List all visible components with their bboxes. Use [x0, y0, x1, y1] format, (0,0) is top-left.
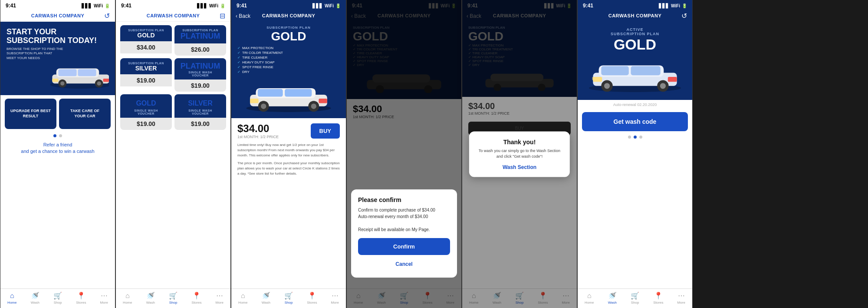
promo-text-3: Limited time only! Buy now and get 1/2 p… [237, 142, 340, 158]
header-6: CARWASH COMPANY ↺ [578, 10, 692, 21]
plans-grid: SUBSCRIPTION PLAN GOLD $34.00 SUBSCRIPTI… [116, 22, 230, 133]
screen5: 9:41 ▋▋▋ WiFi 🔋 ‹ Back CARWASH COMPANY S… [462, 0, 577, 308]
more-icon: ⋯ [101, 291, 108, 300]
silver-voucher-name: SILVER [177, 98, 224, 109]
shop-label-3: Shop [285, 301, 293, 305]
nav-wash-2[interactable]: 🚿 Wash [146, 291, 155, 305]
platinum-price: $26.00 [174, 43, 226, 56]
nav-stores-3[interactable]: 📍 Stores [307, 291, 317, 305]
nav-shop-2[interactable]: 🛒 Shop [169, 291, 178, 305]
stores-icon: 📍 [77, 291, 85, 300]
gold-label: SUBSCRIPTION PLAN [123, 29, 169, 32]
plan-grid-top: SUBSCRIPTION PLAN GOLD $34.00 SUBSCRIPTI… [120, 25, 226, 56]
brand-name-1: CARWASH COMPANY [31, 13, 85, 19]
screen6-car-svg [584, 53, 686, 92]
nav-more-3[interactable]: ⋯ More [331, 291, 339, 305]
wash-section-link[interactable]: Wash Section [475, 164, 564, 170]
stores-label-6: Stores [653, 301, 663, 305]
nav-shop-1[interactable]: 🛒 Shop [53, 291, 62, 305]
svg-rect-14 [258, 89, 283, 97]
dot-1[interactable] [53, 134, 56, 137]
brand-name-2: CARWASH COMPANY [147, 13, 200, 19]
platinum-header: SUBSCRIPTION PLAN PLATINUM [174, 25, 226, 43]
svg-rect-40 [668, 77, 677, 82]
screen1: 9:41 ▋▋▋ WiFi 🔋 CARWASH COMPANY ↺ START … [0, 0, 115, 308]
screen6-dot-2[interactable] [634, 136, 637, 139]
platinum-voucher-card[interactable]: PLATINUM SINGLE WASHVOUCHER $19.00 [174, 58, 226, 92]
time-3: 9:41 [237, 3, 247, 9]
features-list: ✓MAX PROTECTION ✓TRI COLOR TREATMENT ✓TI… [237, 43, 340, 77]
stores-label-3: Stores [307, 301, 317, 305]
platinum-label: SUBSCRIPTION PLAN [177, 29, 224, 32]
silver-price: $19.00 [120, 74, 172, 86]
svg-point-36 [604, 83, 610, 89]
nav-shop-3[interactable]: 🛒 Shop [284, 291, 293, 305]
bottom-nav-3: ⌂ Home 🚿 Wash 🛒 Shop 📍 Stores ⋯ More [231, 288, 346, 308]
platinum-voucher-type: SINGLE WASHVOUCHER [177, 71, 224, 77]
battery-icon: 🔋 [105, 3, 110, 8]
shop-icon-3: 🛒 [284, 291, 293, 300]
nav-wash-3[interactable]: 🚿 Wash [262, 291, 270, 305]
confirm-button[interactable]: Confirm [358, 238, 450, 255]
gold-voucher-card[interactable]: GOLD SINGLE WASHVOUCHER $19.00 [120, 94, 172, 130]
brand-name-3: CARWASH COMPANY [262, 13, 316, 19]
shop-icon-6: 🛒 [631, 291, 639, 300]
nav-home-6[interactable]: ⌂ Home [585, 292, 594, 305]
feature-5: ✓SPOT FREE RINSE [237, 65, 340, 69]
take-care-card[interactable]: TAKE CARE OFYOUR CAR [59, 99, 111, 129]
more-label-6: More [677, 301, 685, 305]
confirm-receipt-text: Receipt will be available on My Page. [358, 227, 430, 232]
nav-stores-1[interactable]: 📍 Stores [76, 291, 86, 305]
price-row-3: $34.00 1st MONTH: 1/2 PRICE BUY [237, 123, 340, 139]
wash-label-3: Wash [262, 301, 270, 305]
status-icons-2: ▋▋▋ WiFi 🔋 [197, 3, 225, 8]
nav-more-6[interactable]: ⋯ More [677, 291, 685, 305]
nav-shop-6[interactable]: 🛒 Shop [631, 291, 639, 305]
upgrade-card[interactable]: UPGRADE FOR BEST RESULT [5, 99, 56, 129]
platinum-name: PLATINUM [177, 32, 224, 41]
silver-plan-card[interactable]: SUBSCRIPTION PLAN SILVER $19.00 [120, 58, 172, 92]
wash-icon-3: 🚿 [262, 291, 270, 300]
platinum-plan-card[interactable]: SUBSCRIPTION PLAN PLATINUM $26.00 [174, 25, 226, 56]
feature-2: ✓TRI COLOR TREATMENT [237, 51, 340, 55]
gold-plan-card[interactable]: SUBSCRIPTION PLAN GOLD $34.00 [120, 25, 172, 56]
filter-icon[interactable]: ⊟ [220, 12, 225, 20]
status-bar-1: 9:41 ▋▋▋ WiFi 🔋 [0, 0, 115, 10]
gold-voucher-header: GOLD SINGLE WASHVOUCHER [120, 94, 172, 118]
back-button-3[interactable]: ‹ Back [236, 13, 250, 19]
refresh-icon-6[interactable]: ↺ [681, 12, 687, 20]
active-plan-name: GOLD [584, 36, 686, 53]
status-bar-6: 9:41 ▋▋▋ WiFi 🔋 [578, 0, 692, 10]
stores-label: Stores [76, 301, 86, 305]
screen6-dot-3[interactable] [639, 136, 642, 139]
svg-rect-34 [631, 66, 661, 76]
confirm-dialog-title: Please confirm [358, 196, 450, 203]
dot-2[interactable] [59, 134, 62, 137]
silver-voucher-card[interactable]: SILVER SINGLE WASHVOUCHER $19.00 [174, 94, 226, 130]
get-wash-button[interactable]: Get wash code [582, 112, 688, 131]
wash-label: Wash [31, 301, 39, 305]
status-bar-3: 9:41 ▋▋▋ WiFi 🔋 [231, 0, 346, 10]
gold-price: $34.00 [120, 41, 172, 53]
nav-home-1[interactable]: ⌂ Home [7, 292, 16, 305]
buy-button-3[interactable]: BUY [311, 123, 340, 139]
silver-voucher-type: SINGLE WASHVOUCHER [177, 109, 224, 115]
cancel-button[interactable]: Cancel [358, 258, 450, 271]
nav-stores-2[interactable]: 📍 Stores [191, 291, 201, 305]
nav-wash-1[interactable]: 🚿 Wash [31, 291, 39, 305]
refresh-icon[interactable]: ↺ [104, 12, 110, 20]
nav-wash-6[interactable]: 🚿 Wash [608, 291, 617, 305]
screen6-dot-1[interactable] [628, 136, 631, 139]
screen6-dots [578, 134, 692, 140]
nav-home-3[interactable]: ⌂ Home [238, 292, 247, 305]
nav-home-2[interactable]: ⌂ Home [123, 292, 132, 305]
shop-label-6: Shop [631, 301, 639, 305]
home-label-3: Home [238, 301, 247, 305]
nav-more-1[interactable]: ⋯ More [100, 291, 108, 305]
screen3: 9:41 ▋▋▋ WiFi 🔋 ‹ Back CARWASH COMPANY S… [231, 0, 346, 308]
nav-more-2[interactable]: ⋯ More [216, 291, 224, 305]
home-icon: ⌂ [10, 292, 14, 300]
wash-icon-6: 🚿 [608, 291, 617, 300]
nav-stores-6[interactable]: 📍 Stores [653, 291, 663, 305]
confirm-renewal-text: Auto-renewal every month of $34.00 [358, 214, 428, 219]
